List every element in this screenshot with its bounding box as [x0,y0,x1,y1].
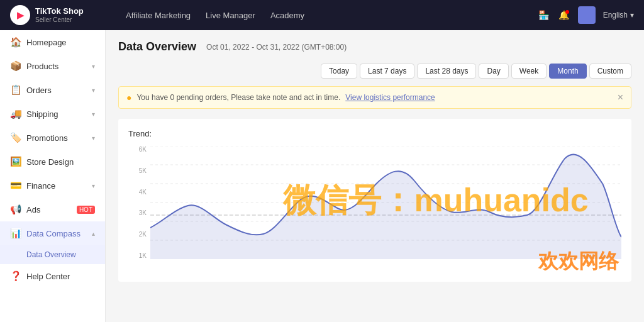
nav-link-live[interactable]: Live Manager [206,11,255,20]
filter-btn-week[interactable]: Week [511,64,547,79]
sidebar-item-shipping[interactable]: 🚚 Shipping ▾ [0,102,105,126]
chart-container: 6K 5K 4K 3K 2K 1K [128,146,621,272]
nav-link-affiliate[interactable]: Affiliate Marketing [126,11,191,20]
language-selector[interactable]: English ▾ [603,11,634,19]
sidebar-item-label: Promotions [26,133,87,143]
y-label-5k: 5K [139,167,147,174]
chevron-icon: ▾ [92,135,95,142]
logo: ▶ TikTok Shop Seller Center [10,5,111,25]
alert-text: You have 0 pending orders, Please take n… [136,93,340,102]
store-icon[interactable]: 🏪 [538,9,550,21]
filter-btn-last7[interactable]: Last 7 days [360,64,414,79]
nav-link-academy[interactable]: Academy [270,11,304,20]
filter-btn-day[interactable]: Day [479,64,508,79]
sidebar-item-label: Orders [26,86,87,95]
sidebar-item-promotions[interactable]: 🏷️ Promotions ▾ [0,126,105,150]
y-label-1k: 1K [139,252,147,259]
notification-dot [565,10,569,14]
sidebar-item-label: Help Center [26,272,95,281]
chevron-up-icon: ▴ [92,230,95,237]
sidebar-item-label: Homepage [26,38,95,47]
sub-item-label: Data Overview [26,250,76,259]
sidebar-item-label: Shipping [26,109,87,119]
alert-icon: ● [126,92,131,103]
chart-svg [150,146,621,259]
chevron-icon: ▾ [92,87,95,94]
store-design-icon: 🖼️ [10,156,21,167]
filter-buttons: Today Last 7 days Last 28 days Day Week … [321,64,631,79]
filter-btn-last28[interactable]: Last 28 days [417,64,476,79]
shipping-icon: 🚚 [10,108,21,119]
nav-right: 🏪 🔔 English ▾ [538,6,634,24]
content-area: Data Overview Oct 01, 2022 - Oct 31, 202… [106,30,644,322]
brand-sub: Seller Center [35,16,84,24]
sidebar-submenu-data-compass: Data Overview [0,245,105,264]
sidebar: 🏠 Homepage 📦 Products ▾ 📋 Orders ▾ 🚚 Shi… [0,30,106,322]
chevron-icon: ▾ [92,63,95,70]
sidebar-item-help-center[interactable]: ❓ Help Center [0,264,105,288]
finance-icon: 💳 [10,180,21,191]
alert-close-button[interactable]: × [618,92,623,103]
alert-link[interactable]: View logistics performance [345,93,435,102]
chart-y-axis: 6K 5K 4K 3K 2K 1K [128,146,150,259]
sidebar-item-label: Store Design [26,157,95,167]
sidebar-item-ads[interactable]: 📢 Ads HOT [0,197,105,221]
chart-title: Trend: [128,129,621,138]
brand-name: TikTok Shop [35,6,84,16]
chevron-down-icon: ▾ [630,11,634,19]
page-title: Data Overview [118,40,196,53]
y-label-2k: 2K [139,231,147,238]
sidebar-item-homepage[interactable]: 🏠 Homepage [0,30,105,54]
sidebar-item-label: Products [26,62,87,71]
sidebar-item-data-compass[interactable]: 📊 Data Compass ▴ [0,221,105,245]
page-header: Data Overview Oct 01, 2022 - Oct 31, 202… [118,40,631,79]
date-range: Oct 01, 2022 - Oct 31, 2022 (GMT+08:00) [206,43,347,52]
chart-plot [150,146,621,259]
chevron-icon: ▾ [92,182,95,189]
y-label-3k: 3K [139,209,147,216]
orders-icon: 📋 [10,84,21,96]
sidebar-item-products[interactable]: 📦 Products ▾ [0,54,105,78]
sidebar-item-store-design[interactable]: 🖼️ Store Design [0,150,105,174]
sidebar-sub-item-data-overview[interactable]: Data Overview [0,245,105,264]
filter-btn-custom[interactable]: Custom [589,64,631,79]
chevron-icon: ▾ [92,111,95,118]
filter-btn-today[interactable]: Today [321,64,357,79]
promotions-icon: 🏷️ [10,132,21,143]
home-icon: 🏠 [10,36,21,48]
products-icon: 📦 [10,60,21,72]
content-inner: Data Overview Oct 01, 2022 - Oct 31, 202… [106,30,644,292]
y-label-6k: 6K [139,146,147,153]
sidebar-item-label: Ads [26,205,70,214]
data-compass-icon: 📊 [10,228,21,239]
sidebar-item-label: Finance [26,181,87,191]
sidebar-item-label: Data Compass [26,229,87,238]
logo-icon: ▶ [10,5,30,25]
nav-links: Affiliate Marketing Live Manager Academy [126,11,523,20]
y-label-4k: 4K [139,189,147,196]
alert-bar: ● You have 0 pending orders, Please take… [118,86,631,109]
filter-btn-month[interactable]: Month [549,64,586,79]
sidebar-item-orders[interactable]: 📋 Orders ▾ [0,78,105,102]
lang-label: English [603,11,628,19]
sidebar-item-finance[interactable]: 💳 Finance ▾ [0,174,105,197]
help-icon: ❓ [10,270,21,282]
hot-badge: HOT [77,206,95,214]
notification-icon[interactable]: 🔔 [558,9,570,21]
chart-section: Trend: 微信号：muhuanidc 欢欢网络 6K 5K 4K 3K 2K… [118,119,631,282]
ads-icon: 📢 [10,204,21,215]
main-layout: 🏠 Homepage 📦 Products ▾ 📋 Orders ▾ 🚚 Shi… [0,30,644,322]
logo-text: TikTok Shop Seller Center [35,6,84,24]
topnav: ▶ TikTok Shop Seller Center Affiliate Ma… [0,0,644,30]
user-avatar[interactable] [578,6,596,24]
